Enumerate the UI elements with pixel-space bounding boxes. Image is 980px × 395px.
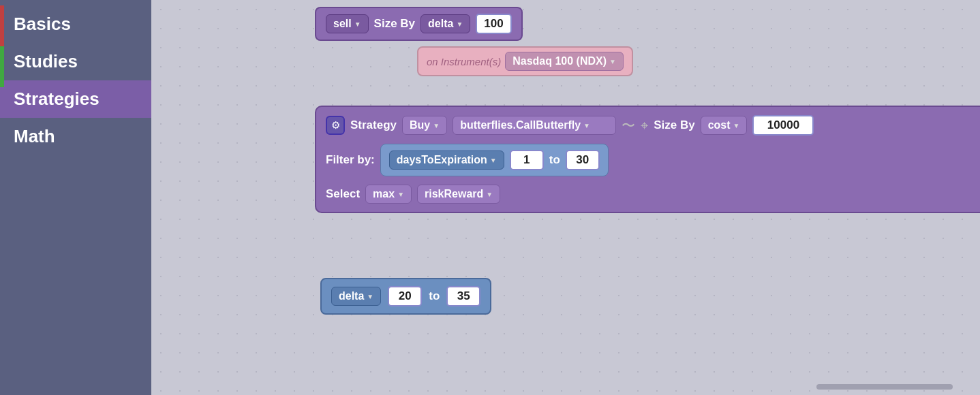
sell-action-dropdown[interactable]: sell ▼ <box>326 14 369 33</box>
strategy-action-dropdown[interactable]: Buy ▼ <box>402 116 447 135</box>
strategy-block: ⚙ Strategy Buy ▼ butterflies.CallButterf… <box>315 106 980 213</box>
filter-field-arrow: ▼ <box>490 157 497 164</box>
sell-size-by-dropdown[interactable]: delta ▼ <box>420 14 470 33</box>
chart-line-icon[interactable]: 〜 <box>622 116 635 135</box>
strategy-filter-row: Filter by: daysToExpiration ▼ 1 to 30 <box>326 144 980 176</box>
size-by-label: Size By <box>374 17 415 31</box>
delta-block: delta ▼ 20 to 35 <box>320 278 491 315</box>
strategy-size-dropdown[interactable]: cost ▼ <box>701 116 748 135</box>
filter-field-dropdown[interactable]: daysToExpiration ▼ <box>389 151 504 170</box>
select-method-arrow: ▼ <box>397 191 404 198</box>
instrument-dropdown[interactable]: Nasdaq 100 (NDX) ▼ <box>505 52 624 71</box>
strategy-name-arrow: ▼ <box>583 122 590 129</box>
filter-by-label: Filter by: <box>326 153 375 167</box>
strategy-label: Strategy <box>350 118 397 132</box>
delta-to-label: to <box>429 289 440 303</box>
green-accent-bar <box>0 46 4 87</box>
sidebar-item-strategies[interactable]: Strategies <box>0 80 151 118</box>
filter-to-label: to <box>549 153 560 167</box>
delta-dropdown-arrow: ▼ <box>367 293 373 300</box>
strategy-size-arrow: ▼ <box>733 122 740 129</box>
filter-from-input[interactable]: 1 <box>510 150 544 170</box>
instrument-dropdown-arrow: ▼ <box>609 58 616 65</box>
chart-search-icon[interactable]: ⌖ <box>641 118 648 133</box>
select-field-arrow: ▼ <box>486 191 493 198</box>
sell-size-dropdown-arrow: ▼ <box>456 20 463 28</box>
gear-icon[interactable]: ⚙ <box>326 116 345 135</box>
sell-dropdown-arrow: ▼ <box>354 20 361 28</box>
sidebar-item-basics[interactable]: Basics <box>0 5 151 43</box>
sidebar: Basics Studies Strategies Math <box>0 0 151 395</box>
select-label: Select <box>326 187 360 201</box>
delta-from-input[interactable]: 20 <box>388 286 422 306</box>
red-accent-bar <box>0 5 4 46</box>
strategy-main-row: ⚙ Strategy Buy ▼ butterflies.CallButterf… <box>326 115 980 136</box>
strategy-action-arrow: ▼ <box>433 122 440 129</box>
sell-quantity-input[interactable]: 100 <box>476 14 511 34</box>
filter-to-input[interactable]: 30 <box>566 150 600 170</box>
main-canvas: sell ▼ Size By delta ▼ 100 on Instrument… <box>151 0 980 395</box>
select-field-dropdown[interactable]: riskReward ▼ <box>417 185 500 204</box>
strategy-size-by-label: Size By <box>654 118 694 132</box>
strategy-select-row: Select max ▼ riskReward ▼ <box>326 185 980 204</box>
horizontal-scrollbar[interactable] <box>816 384 953 390</box>
instrument-block: on Instrument(s) Nasdaq 100 (NDX) ▼ <box>417 46 633 76</box>
filter-container: daysToExpiration ▼ 1 to 30 <box>380 144 609 176</box>
select-method-dropdown[interactable]: max ▼ <box>365 185 412 204</box>
instrument-prefix-label: on Instrument(s) <box>427 56 501 67</box>
sidebar-item-math[interactable]: Math <box>0 118 151 155</box>
delta-field-dropdown[interactable]: delta ▼ <box>331 287 381 306</box>
sidebar-item-studies[interactable]: Studies <box>0 43 151 80</box>
strategy-quantity-input[interactable]: 10000 <box>752 115 814 136</box>
sell-block: sell ▼ Size By delta ▼ 100 <box>315 7 523 41</box>
delta-to-input[interactable]: 35 <box>446 286 480 306</box>
strategy-name-dropdown[interactable]: butterflies.CallButterfly ▼ <box>453 116 616 135</box>
